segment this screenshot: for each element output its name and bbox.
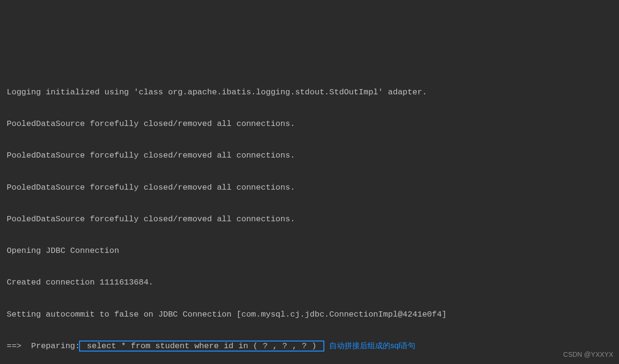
log-line: PooledDataSource forcefully closed/remov… (7, 148, 612, 163)
log-line: PooledDataSource forcefully closed/remov… (7, 211, 612, 227)
console-output: Logging initialized using 'class org.apa… (7, 68, 612, 364)
log-prefix: ==> Preparing: (7, 341, 80, 351)
log-line: Opening JDBC Connection (7, 243, 612, 259)
sql-highlight-box: select * from student where id in ( ? , … (79, 341, 324, 352)
sql-annotation: 自动拼接后组成的sql语句 (329, 341, 415, 350)
log-line: Setting autocommit to false on JDBC Conn… (7, 307, 612, 322)
log-line: PooledDataSource forcefully closed/remov… (7, 180, 612, 195)
log-preparing-line: ==> Preparing: select * from student whe… (7, 338, 612, 354)
log-line: Logging initialized using 'class org.apa… (7, 84, 612, 100)
log-line: Created connection 1111613684. (7, 274, 612, 290)
log-line: PooledDataSource forcefully closed/remov… (7, 116, 612, 132)
watermark-text: CSDN @YXXYX (563, 348, 613, 361)
